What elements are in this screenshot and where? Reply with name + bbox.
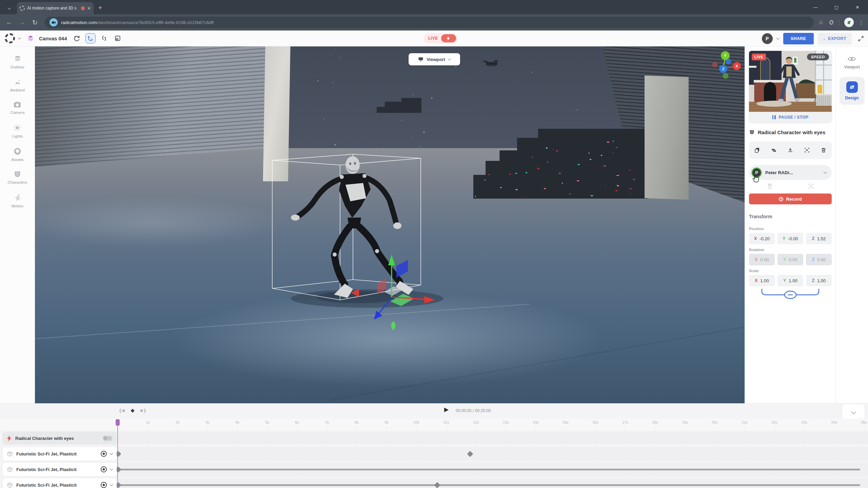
track-lane[interactable]	[118, 463, 868, 476]
track-lane[interactable]	[118, 447, 868, 461]
window-minimize-button[interactable]: —	[805, 0, 826, 14]
tab-close-icon[interactable]: ✕	[87, 6, 91, 11]
window-close-button[interactable]: ✕	[847, 0, 868, 14]
hand-tracking-icon[interactable]	[766, 183, 773, 189]
playhead-marker[interactable]	[116, 419, 120, 426]
timeline-ruler[interactable]: 1s2s3s4s5s6s7s8s9s10s11s12s13s14s15s16s1…	[0, 419, 868, 431]
live-label: LIVE	[428, 36, 438, 41]
track-clip-bar[interactable]	[118, 469, 860, 470]
browser-tab[interactable]: AI motion capture and 3D s ✕	[17, 2, 94, 14]
reload-icon[interactable]: ↻	[30, 19, 40, 26]
import-icon[interactable]	[787, 147, 793, 153]
svg-text:Y: Y	[724, 54, 727, 58]
logo-menu-chevron-icon[interactable]	[18, 36, 21, 40]
camera-icon	[13, 101, 21, 108]
video-speed-badge[interactable]: SPEED	[807, 54, 829, 60]
back-icon[interactable]: ←	[4, 19, 14, 26]
track-keyframe-button[interactable]	[101, 466, 107, 472]
delete-icon[interactable]	[821, 147, 827, 153]
timeline: ❮◆ ◆ ◆❯ ▶ 00:00:00 / 00:25:00 1s2s3s4s5s…	[0, 403, 868, 488]
timeline-track-row: Futuristic Sci-Fi Jet, Plasticit	[0, 463, 868, 476]
sidebar-item-motion[interactable]: Motion	[12, 194, 24, 208]
position-z-field[interactable]: Z1.52	[806, 233, 832, 244]
actor-select[interactable]: P Peter RADi...	[749, 165, 832, 180]
ruler-label: 3s	[205, 420, 210, 424]
camera-in-use-icon[interactable]	[50, 18, 58, 26]
sidebar-item-ambient[interactable]: Ambient	[10, 78, 25, 92]
position-x-field[interactable]: X-0.20	[749, 233, 775, 244]
new-tab-button[interactable]: +	[98, 4, 102, 12]
viewport-mode-dropdown[interactable]: Viewport	[409, 53, 460, 65]
prev-keyframe-icon[interactable]: ❮◆	[119, 408, 125, 413]
sidebar-item-characters[interactable]: Characters	[7, 171, 27, 184]
track-keyframe-button[interactable]	[101, 482, 107, 488]
add-keyframe-icon[interactable]: ◆	[131, 407, 135, 413]
forward-icon[interactable]: →	[17, 19, 27, 26]
live-toggle[interactable]	[441, 34, 456, 42]
account-chevron-icon[interactable]	[776, 36, 780, 40]
track-header[interactable]: Futuristic Sci-Fi Jet, Plasticit	[3, 478, 117, 488]
scale-link-toggle[interactable]	[749, 288, 832, 301]
playhead-line[interactable]	[117, 420, 118, 488]
canvas-title[interactable]: Canvas 044	[39, 36, 67, 41]
track-clip-bar[interactable]	[118, 484, 860, 486]
eye-icon	[847, 56, 856, 62]
timeline-track-row: Futuristic Sci-Fi Jet, Plasticit	[0, 447, 868, 461]
sidebar-item-label: Outliner	[11, 65, 25, 69]
keyframe-diamond[interactable]	[434, 482, 440, 488]
track-name: Futuristic Sci-Fi Jet, Plasticit	[16, 483, 97, 488]
axis-navigation-gizmo[interactable]: Y X Z	[704, 48, 745, 90]
track-lane[interactable]	[118, 478, 868, 488]
track-header[interactable]: Radical Character with eyes	[3, 432, 117, 444]
record-button[interactable]: Record	[749, 194, 832, 204]
rail-design-tab[interactable]: Design	[840, 77, 865, 105]
track-header[interactable]: Futuristic Sci-Fi Jet, Plasticit	[3, 463, 117, 476]
next-keyframe-icon[interactable]: ◆❯	[140, 408, 146, 413]
pause-stop-button[interactable]: PAUSE / STOP	[749, 112, 832, 123]
scale-z-field[interactable]: Z1.00	[806, 275, 832, 286]
bookmark-star-icon[interactable]: ☆	[818, 19, 824, 26]
track-keyframe-button[interactable]	[101, 451, 107, 457]
ruler-label: 5s	[265, 420, 269, 424]
extensions-icon[interactable]	[828, 19, 834, 25]
user-avatar[interactable]: P	[762, 33, 773, 44]
track-expand-chevron-icon[interactable]	[110, 467, 113, 471]
radical-logo-icon[interactable]	[5, 33, 15, 43]
fullscreen-icon[interactable]	[858, 36, 864, 42]
sidebar-item-assets[interactable]: Assets	[12, 147, 24, 162]
frame-tool-icon[interactable]	[113, 33, 123, 43]
track-lane[interactable]	[118, 432, 868, 444]
face-tracking-icon[interactable]	[808, 183, 814, 189]
play-button[interactable]: ▶	[444, 406, 449, 413]
retarget-icon[interactable]	[771, 147, 777, 154]
scale-x-field[interactable]: X1.00	[749, 275, 775, 286]
sidebar-item-lights[interactable]: Lights	[12, 124, 23, 138]
sync-tool-icon[interactable]	[99, 33, 109, 43]
sidebar-item-camera[interactable]: Camera	[10, 101, 24, 115]
app-header: Canvas 044 LIVE P SHARE ↓EXPORT	[0, 30, 868, 46]
track-header[interactable]: Futuristic Sci-Fi Jet, Plasticit	[3, 447, 117, 461]
move-tool-icon[interactable]	[85, 33, 96, 43]
focus-icon[interactable]	[804, 147, 810, 153]
scale-y-field[interactable]: Y1.00	[777, 275, 803, 286]
ruler-label: 13s	[503, 420, 509, 424]
share-button[interactable]: SHARE	[783, 33, 814, 44]
rail-viewport-tab[interactable]: Viewport	[844, 56, 860, 69]
track-expand-chevron-icon[interactable]	[110, 452, 113, 455]
position-y-field[interactable]: Y-0.00	[777, 233, 803, 244]
track-expand-chevron-icon[interactable]	[110, 483, 113, 486]
browser-profile-avatar[interactable]	[844, 18, 854, 27]
window-maximize-button[interactable]: ▢	[826, 0, 847, 14]
track-visibility-toggle[interactable]	[102, 435, 113, 441]
tab-search-button[interactable]	[3, 4, 15, 13]
timeline-collapse-button[interactable]	[842, 404, 865, 420]
live-video-preview: LIVE SPEED	[749, 51, 832, 112]
duplicate-icon[interactable]	[754, 147, 760, 153]
sidebar-item-outliner[interactable]: Outliner	[11, 55, 25, 69]
browser-menu-icon[interactable]: ⋮	[859, 19, 864, 26]
viewport-3d[interactable]: Viewport Y X Z	[35, 46, 745, 403]
orbit-tool-icon[interactable]	[72, 33, 82, 43]
address-bar[interactable]: radicalmotion.com/dashboard/canvas/a78c6…	[45, 17, 814, 28]
keyframe-diamond[interactable]	[467, 451, 473, 457]
export-button[interactable]: ↓EXPORT	[818, 33, 852, 44]
